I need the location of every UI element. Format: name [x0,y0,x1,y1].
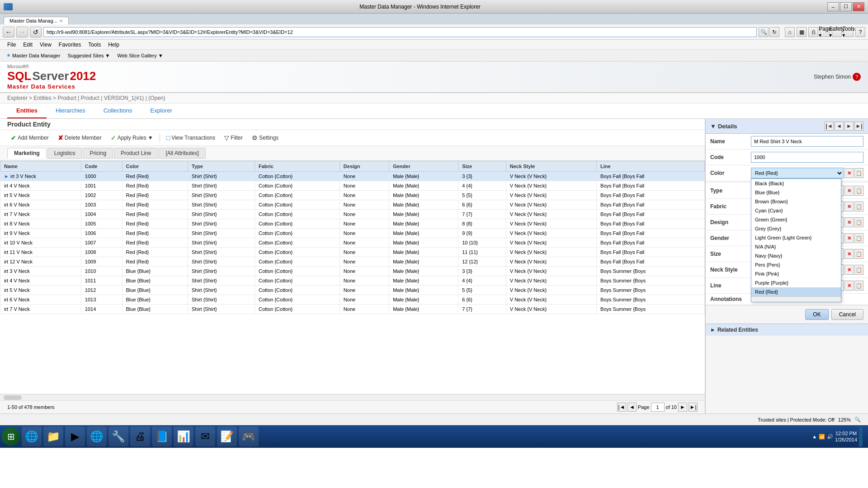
delete-member-button[interactable]: ✘ Delete Member [54,133,105,143]
neck-clear-button[interactable]: ✕ [844,265,854,275]
horizontal-scrollbar[interactable] [0,394,705,400]
table-row[interactable]: irt 6 V Neck 1003 Red {Red} Shirt {Shirt… [0,200,705,210]
taskbar-chrome[interactable]: 🌐 [87,427,107,446]
refresh-addr-icon[interactable]: ↻ [769,27,779,37]
tab-collections[interactable]: Collections [94,103,142,118]
help-circle-icon[interactable]: ? [853,73,861,81]
fav-master-data[interactable]: ★ Master Data Manager [4,52,63,59]
refresh-button[interactable]: ↺ [30,27,42,38]
taskbar-media[interactable]: ▶ [65,427,85,446]
print-icon[interactable]: ⎙ [808,27,818,37]
color-clear-button[interactable]: ✕ [844,168,854,178]
last-page-button[interactable]: ►| [689,403,698,412]
feeds-icon[interactable]: ▦ [797,27,807,37]
clock[interactable]: 12:02 PM 1/26/2014 [835,430,857,443]
color-option-red[interactable]: Red {Red} [751,287,841,296]
apply-rules-dropdown-icon[interactable]: ▼ [148,135,153,141]
menu-tools[interactable]: Tools [85,41,104,49]
taskbar-chart[interactable]: 📊 [174,427,193,446]
home-icon[interactable]: ⌂ [785,27,795,37]
taskbar-mail[interactable]: ✉ [195,427,215,446]
taskbar-docs[interactable]: 📘 [152,427,172,446]
show-desktop-button[interactable] [859,427,863,446]
page-input[interactable] [651,403,665,412]
table-row[interactable]: irt 10 V Neck 1007 Red {Red} Shirt {Shir… [0,238,705,248]
type-lookup-button[interactable]: 📋 [854,186,863,196]
subtab-logistics[interactable]: Logistics [47,148,82,159]
restore-button[interactable]: ☐ [840,2,852,11]
tab-explorer[interactable]: Explorer [141,103,181,118]
h-scroll-thumb[interactable] [4,395,22,400]
help-button[interactable]: ? [855,27,865,37]
settings-button[interactable]: ⚙ Settings [248,133,282,143]
code-input[interactable] [751,152,863,163]
related-entities[interactable]: ► Related Entities [706,324,868,336]
color-option-pers[interactable]: Pers {Pers} [751,260,841,269]
taskbar-game[interactable]: 🎮 [239,427,259,446]
first-record-button[interactable]: |◄ [825,122,834,131]
fabric-clear-button[interactable]: ✕ [844,202,854,211]
taskbar-folder[interactable]: 📁 [43,427,63,446]
menu-favorites[interactable]: Favorites [55,41,85,49]
color-option-blue[interactable]: Blue {Blue} [751,188,841,197]
table-row[interactable]: irt 3 V Neck 1010 Blue {Blue} Shirt {Shi… [0,267,705,276]
fabric-lookup-button[interactable]: 📋 [854,202,863,211]
taskbar-printer[interactable]: 🖨 [130,427,150,446]
apply-rules-button[interactable]: ✓ Apply Rules ▼ [107,133,157,143]
tab-entities[interactable]: Entities [7,103,47,118]
table-row[interactable]: irt 7 V Neck 1014 Blue {Blue} Shirt {Shi… [0,305,705,314]
add-member-button[interactable]: ✔ Add Member [7,133,52,143]
cancel-button[interactable]: Cancel [831,309,863,320]
page-button[interactable]: Page ▾ [820,27,830,37]
table-row[interactable]: irt 12 V Neck 1009 Red {Red} Shirt {Shir… [0,257,705,267]
design-lookup-button[interactable]: 📋 [854,217,863,227]
zoom-icon[interactable]: 🔍 [854,417,861,422]
subtab-product-line[interactable]: Product Line [114,148,158,159]
forward-button[interactable]: → [16,27,28,38]
taskbar-tools[interactable]: 🔧 [108,427,128,446]
color-lookup-button[interactable]: 📋 [854,168,863,178]
table-row[interactable]: irt 5 V Neck 1002 Red {Red} Shirt {Shirt… [0,191,705,200]
start-button[interactable]: ⊞ [2,427,20,446]
color-dropdown[interactable]: Black {Black} Blue {Blue} Brown {Brown} … [751,178,841,302]
search-icon[interactable]: 🔍 [759,27,769,37]
tab-close-icon[interactable]: ✕ [59,19,63,23]
details-collapse-icon[interactable]: ▼ [710,123,716,130]
line-lookup-button[interactable]: 📋 [854,281,863,291]
minimize-button[interactable]: – [827,2,839,11]
menu-help[interactable]: Help [104,41,123,49]
line-clear-button[interactable]: ✕ [844,281,854,291]
tools-button[interactable]: Tools ▾ [844,27,854,37]
menu-file[interactable]: File [4,41,19,49]
color-option-cyan[interactable]: Cyan {Cyan} [751,206,841,215]
type-clear-button[interactable]: ✕ [844,186,854,196]
table-row[interactable]: irt 11 V Neck 1008 Red {Red} Shirt {Shir… [0,248,705,257]
color-option-purple[interactable]: Purple {Purple} [751,278,841,287]
size-clear-button[interactable]: ✕ [844,249,854,259]
table-row[interactable]: irt 4 V Neck 1001 Red {Red} Shirt {Shirt… [0,181,705,191]
browser-tab-active[interactable]: Master Data Manag... ✕ [4,17,69,24]
color-option-green[interactable]: Green {Green} [751,215,841,224]
color-option-brown[interactable]: Brown {Brown} [751,197,841,206]
neck-lookup-button[interactable]: 📋 [854,265,863,275]
table-row[interactable]: irt 7 V Neck 1004 Red {Red} Shirt {Shirt… [0,210,705,219]
url-input[interactable] [43,27,757,37]
color-option-pink[interactable]: Pink {Pink} [751,269,841,278]
table-row[interactable]: irt 6 V Neck 1013 Blue {Blue} Shirt {Shi… [0,295,705,305]
color-option-grey[interactable]: Grey {Grey} [751,224,841,233]
last-record-button[interactable]: ►| [854,122,863,131]
subtab-marketing[interactable]: Marketing [7,148,47,159]
fav-suggested-sites[interactable]: Suggested Sites ▼ [65,52,113,59]
prev-record-button[interactable]: ◄ [835,122,844,131]
close-button[interactable]: ✕ [853,2,864,11]
back-button[interactable]: ← [3,27,14,38]
tray-sound-icon[interactable]: 🔊 [827,434,833,440]
next-page-button[interactable]: ► [678,403,687,412]
subtab-pricing[interactable]: Pricing [83,148,113,159]
menu-edit[interactable]: Edit [19,41,36,49]
color-option-navy[interactable]: Navy {Navy} [751,251,841,260]
prev-page-button[interactable]: ◄ [627,403,637,412]
gender-lookup-button[interactable]: 📋 [854,233,863,243]
color-option-lightgreen[interactable]: Light Green {Light Green} [751,233,841,242]
tray-network-icon[interactable]: 📶 [819,434,825,440]
